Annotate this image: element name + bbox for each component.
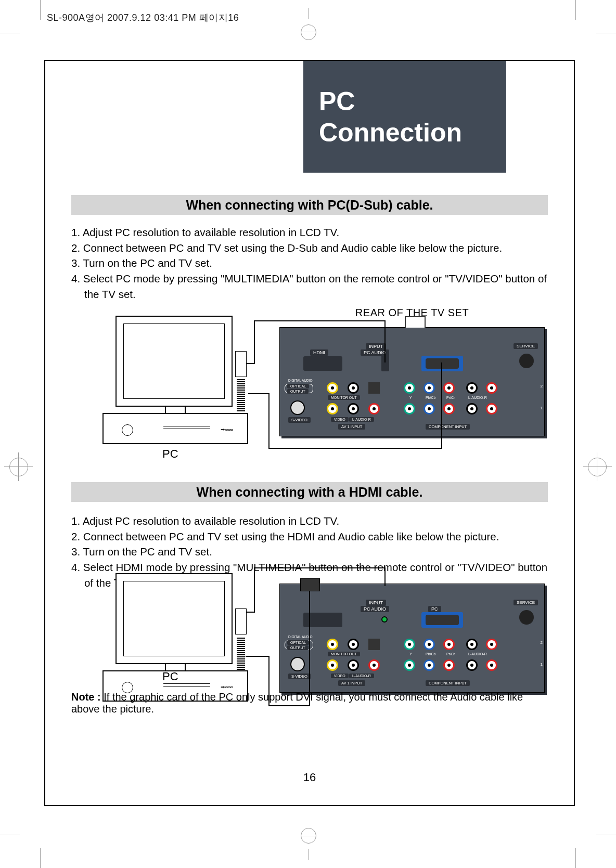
step-text: 1. Adjust PC resolution to available res… bbox=[71, 513, 339, 529]
note-label: Note : bbox=[71, 691, 104, 703]
title-box: PC Connection bbox=[303, 61, 506, 173]
label-optical: OPTICAL bbox=[287, 384, 309, 388]
section-heading-dsub: When connecting with PC(D-Sub) cable. bbox=[71, 195, 548, 215]
step-text: 2. Connect between PC and TV set using t… bbox=[71, 529, 499, 545]
note-text: If the graphic card of the PC only suppo… bbox=[71, 691, 523, 715]
label-l-audio-r: L-AUDIO-R bbox=[349, 417, 374, 422]
label-monitor-out: MONITOR OUT bbox=[328, 652, 360, 656]
step-text: 1. Adjust PC resolution to available res… bbox=[71, 225, 339, 240]
pc-monitor-icon bbox=[116, 316, 233, 407]
label-prcr: Pr/Cr bbox=[443, 652, 458, 656]
step-text: 2. Connect between PC and TV set using t… bbox=[71, 240, 502, 256]
pc-monitor-icon bbox=[116, 573, 233, 664]
tv-rear-panel: INPUT HDMI PC AUDIO SERVICE DIGITAL AUDI… bbox=[279, 327, 545, 436]
hdmi-port-icon bbox=[303, 356, 342, 371]
label-service: SERVICE bbox=[514, 343, 538, 349]
label-monitor-out: MONITOR OUT bbox=[328, 395, 360, 400]
label-l-audio-r: L-AUDIO-R bbox=[465, 395, 490, 400]
tv-rear-panel: INPUT PC AUDIO PC SERVICE DIGITAL AUDIO … bbox=[279, 584, 545, 693]
label-output: OUTPUT bbox=[287, 645, 309, 650]
pc-tower-icon: ⮕▭▭▭ bbox=[102, 413, 248, 444]
crop-mark-top bbox=[285, 13, 332, 34]
crop-mark-bottom bbox=[285, 834, 332, 855]
title-line-1: PC bbox=[319, 86, 492, 117]
page-frame: PC Connection When connecting with PC(D-… bbox=[44, 60, 575, 806]
vga-port-icon bbox=[421, 612, 463, 628]
trim-line bbox=[575, 0, 576, 20]
label-l-audio-r: L-AUDIO-R bbox=[349, 673, 374, 678]
crop-mark-right bbox=[588, 458, 607, 476]
label-input: INPUT bbox=[366, 600, 386, 606]
label-component: COMPONENT INPUT bbox=[426, 680, 470, 686]
print-header: SL-900A영어 2007.9.12 03:41 PM 페이지16 bbox=[47, 11, 239, 24]
page-number: 16 bbox=[45, 771, 574, 784]
label-pbcb: Pb/Cb bbox=[422, 395, 439, 400]
hdmi-plug-icon bbox=[300, 578, 320, 591]
step-text: 4. Select PC mode by pressing "MULTIMEDI… bbox=[71, 271, 548, 302]
diagram-hdmi: ⮕▭▭▭ INPUT PC AUDIO PC SERVICE DIGITAL A… bbox=[92, 615, 545, 690]
section-heading-hdmi: When connecting with a HDMI cable. bbox=[71, 482, 548, 502]
service-port-icon bbox=[519, 610, 534, 625]
audio-jack-icon bbox=[381, 616, 388, 623]
diagram-dsub: ⮕▭▭▭ INPUT HDMI PC AUDIO SERVICE DIGITAL… bbox=[92, 316, 545, 443]
label-component: COMPONENT INPUT bbox=[426, 424, 470, 430]
label-svideo: S-VIDEO bbox=[288, 673, 311, 679]
service-port-icon bbox=[519, 354, 534, 368]
trim-line bbox=[575, 848, 576, 868]
pc-stand-icon bbox=[165, 407, 186, 413]
trim-line bbox=[596, 835, 616, 835]
label-pc: PC bbox=[428, 606, 441, 612]
label-service: SERVICE bbox=[514, 600, 538, 605]
label-digital-audio: DIGITAL AUDIO bbox=[285, 378, 316, 383]
step-text: 3. Turn on the PC and TV set. bbox=[71, 255, 212, 271]
label-optical: OPTICAL bbox=[287, 640, 309, 645]
vga-port-icon bbox=[421, 356, 463, 371]
trim-line bbox=[596, 33, 616, 33]
hdmi-port-icon bbox=[303, 613, 342, 627]
trim-line bbox=[40, 848, 41, 868]
label-y: Y bbox=[406, 395, 415, 400]
label-y: Y bbox=[406, 652, 415, 656]
label-pbcb: Pb/Cb bbox=[422, 652, 439, 656]
crop-mark-left bbox=[9, 458, 28, 476]
svideo-port-icon bbox=[290, 657, 305, 671]
label-digital-audio: DIGITAL AUDIO bbox=[285, 634, 316, 639]
steps-dsub: 1. Adjust PC resolution to available res… bbox=[71, 225, 548, 302]
label-video: VIDEO bbox=[331, 673, 349, 678]
pc-label: PC bbox=[162, 447, 178, 461]
trim-line bbox=[0, 33, 20, 33]
step-text: 3. Turn on the PC and TV set. bbox=[71, 544, 212, 560]
label-prcr: Pr/Cr bbox=[443, 395, 458, 400]
label-pcaudio: PC AUDIO bbox=[361, 606, 389, 612]
label-l-audio-r: L-AUDIO-R bbox=[465, 652, 490, 656]
trim-line bbox=[0, 835, 20, 835]
pc-label: PC bbox=[162, 670, 178, 683]
label-av1: AV 1 INPUT bbox=[338, 680, 365, 686]
note: Note : If the graphic card of the PC onl… bbox=[71, 691, 553, 715]
label-svideo: S-VIDEO bbox=[288, 417, 311, 423]
label-hdmi: HDMI bbox=[310, 349, 328, 356]
label-input: INPUT bbox=[366, 343, 386, 349]
label-video: VIDEO bbox=[331, 417, 349, 422]
label-output: OUTPUT bbox=[287, 389, 309, 394]
svideo-port-icon bbox=[290, 400, 305, 415]
audio-jack-icon bbox=[381, 355, 389, 371]
label-av1: AV 1 INPUT bbox=[338, 424, 365, 430]
trim-line bbox=[40, 0, 41, 20]
title-line-2: Connection bbox=[319, 117, 492, 148]
